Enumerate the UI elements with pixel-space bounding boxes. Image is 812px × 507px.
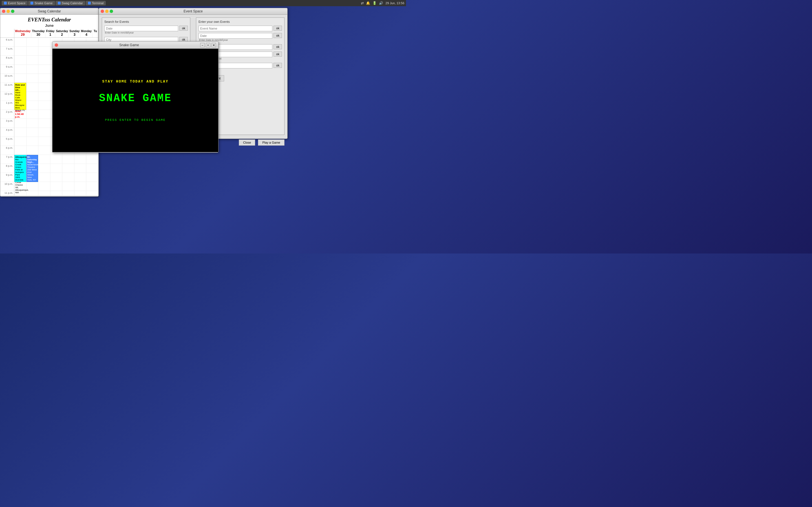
cal-time-0: 6 a.m. xyxy=(0,38,14,47)
cal-time-11: 5 p.m. xyxy=(0,137,14,146)
app-dot-snake-game xyxy=(31,2,33,4)
calendar-month: June xyxy=(0,23,98,27)
cal-time-7: 1 p.m. xyxy=(0,101,14,110)
cal-cell-r4-c0 xyxy=(14,74,27,83)
cal-cell-r1-c1 xyxy=(27,47,39,56)
event-name-ok-button[interactable]: ok xyxy=(273,25,282,31)
snake-title-controls: – + ✕ xyxy=(200,43,216,47)
cal-cell-r13-c4 xyxy=(62,155,74,164)
event-space-min-btn[interactable] xyxy=(105,10,109,13)
date-input[interactable] xyxy=(104,25,178,31)
cal-cell-r10-c1 xyxy=(27,128,39,137)
taskbar-swag-calendar[interactable]: Swag Calendar xyxy=(56,1,85,5)
cal-cell-r13-c5 xyxy=(74,155,87,164)
taskbar-terminal[interactable]: Terminal xyxy=(86,1,106,5)
taskbar-event-space-label: Event Space xyxy=(8,1,26,5)
enter-date-input[interactable] xyxy=(199,33,272,39)
cal-header-fri: Friday 1 xyxy=(45,29,55,38)
cal-date-thu: 30 xyxy=(32,33,45,37)
play-game-button[interactable]: Play a Game xyxy=(258,139,285,146)
taskbar-snake-game[interactable]: Snake Game xyxy=(28,1,55,5)
cal-cell-r13-c0: Albuquerqu...Rio Grande Credit Union Fie… xyxy=(14,155,27,164)
datetime: 29 Jun, 13:56 xyxy=(386,1,404,5)
app-dot-terminal xyxy=(88,2,91,4)
snake-press-enter: PRESS ENTER TO BEGIN GAME xyxy=(105,118,165,122)
snake-close-x-btn[interactable]: ✕ xyxy=(211,43,216,47)
speaker-icon: 🔊 xyxy=(379,1,383,5)
cal-time-5: 11 a.m. xyxy=(0,83,14,92)
cal-cell-r13-c3 xyxy=(50,155,63,164)
cal-day-label-tu: Tu xyxy=(93,30,98,33)
calendar-event-1[interactable]: Albuquerqu...Rio Grande Credit Union Fie… xyxy=(14,155,26,182)
event-space-max-btn[interactable] xyxy=(110,10,113,13)
cal-cell-r0-c2 xyxy=(38,38,50,47)
cal-cell-r9-c2 xyxy=(38,119,50,128)
cal-cell-r13-c6 xyxy=(86,155,98,164)
location-ok-button[interactable]: ok xyxy=(273,44,282,49)
snake-maximize-btn[interactable]: + xyxy=(206,43,210,47)
cal-time-9: 3 p.m. xyxy=(0,119,14,128)
event-name-row: ok xyxy=(199,25,282,31)
date-hint: Enter Date in mm/dd/year xyxy=(105,31,178,34)
taskbar-event-space[interactable]: Event Space xyxy=(2,1,28,5)
cal-time-8: 2 p.m. xyxy=(0,110,14,119)
cal-cell-r16-c4 xyxy=(62,182,74,191)
cal-cell-r12-c0 xyxy=(14,146,27,155)
network-icon: ⇄ xyxy=(361,1,364,5)
cal-cell-r14-c4 xyxy=(62,164,74,173)
cal-cell-r14-c3 xyxy=(50,164,63,173)
cal-cell-r17-c3 xyxy=(50,191,63,195)
enter-date-hint: Enter Date in mm/dd/year xyxy=(199,39,272,41)
duration-ok-button[interactable]: ok xyxy=(273,63,282,68)
cal-time-6: 12 p.m. xyxy=(0,92,14,101)
taskbar-right: ⇄ 🔔 🔋 🔊 29 Jun, 13:56 xyxy=(361,1,404,5)
calendar-close-btn[interactable] xyxy=(2,10,5,13)
enter-date-ok-button[interactable]: ok xyxy=(273,33,282,38)
cal-cell-r9-c0 xyxy=(14,119,27,128)
calendar-event-0[interactable]: Ride and Dine wit...Hard Rock Cafe Miami… xyxy=(14,83,26,110)
date-field-row: Enter Date in mm/dd/year ok xyxy=(104,25,188,35)
cal-cell-r15-c3 xyxy=(50,173,63,182)
snake-minimize-btn[interactable]: – xyxy=(200,43,205,47)
snake-game-window: Snake Game – + ✕ STAY HOME TODAY AND PLA… xyxy=(52,41,218,153)
event-space-close-btn[interactable] xyxy=(101,10,104,13)
enter-date-row: Enter Date in mm/dd/year ok xyxy=(199,33,282,43)
cal-cell-r14-c6 xyxy=(86,164,98,173)
cal-cell-r5-c2 xyxy=(38,83,50,92)
cal-time-3: 9 a.m. xyxy=(0,65,14,74)
cal-header-mon: Monday 4 xyxy=(80,29,93,38)
cal-date-fri: 1 xyxy=(46,33,54,37)
snake-window-controls xyxy=(55,43,58,47)
cal-time-1: 7 a.m. xyxy=(0,47,14,56)
cal-cell-r14-c5 xyxy=(74,164,87,173)
cal-cell-r0-c1 xyxy=(27,38,39,47)
calendar-window-title: Swag Calendar xyxy=(38,9,61,13)
cal-cell-r17-c2 xyxy=(38,191,50,195)
cal-cell-r14-c2 xyxy=(38,164,50,173)
snake-close-btn[interactable] xyxy=(55,43,58,47)
cal-day-label-thu: Thursday xyxy=(32,30,45,33)
calendar-max-btn[interactable] xyxy=(11,10,14,13)
taskbar-terminal-label: Terminal xyxy=(92,1,104,5)
snake-subtitle: STAY HOME TODAY AND PLAY xyxy=(102,79,168,83)
calendar-min-btn[interactable] xyxy=(6,10,10,13)
cal-cell-r4-c1 xyxy=(27,74,39,83)
cal-cell-r15-c5 xyxy=(74,173,87,182)
calendar-window-controls xyxy=(2,10,14,13)
cal-cell-r5-c1 xyxy=(27,83,39,92)
cal-day-label-sat: Saturday xyxy=(56,30,68,33)
cal-cell-r15-c6 xyxy=(86,173,98,182)
close-button[interactable]: Close xyxy=(239,139,255,146)
cal-cell-r10-c0 xyxy=(14,128,27,137)
event-name-input[interactable] xyxy=(199,25,272,31)
cal-cell-r8-c2 xyxy=(38,110,50,119)
cal-cell-r16-c5 xyxy=(74,182,87,191)
start-time-ok-button[interactable]: ok xyxy=(273,52,282,57)
cal-day-label-mon: Monday xyxy=(81,30,92,33)
calendar-event-2[interactable]: Mr. Saturday Nigh...Nederlander Theatre … xyxy=(27,155,38,182)
date-ok-button[interactable]: ok xyxy=(179,25,188,31)
cal-time-12: 6 p.m. xyxy=(0,146,14,155)
cal-cell-r3-c1 xyxy=(27,65,39,74)
cal-cell-r2-c0 xyxy=(14,56,27,65)
taskbar-swag-calendar-label: Swag Calendar xyxy=(62,1,83,5)
